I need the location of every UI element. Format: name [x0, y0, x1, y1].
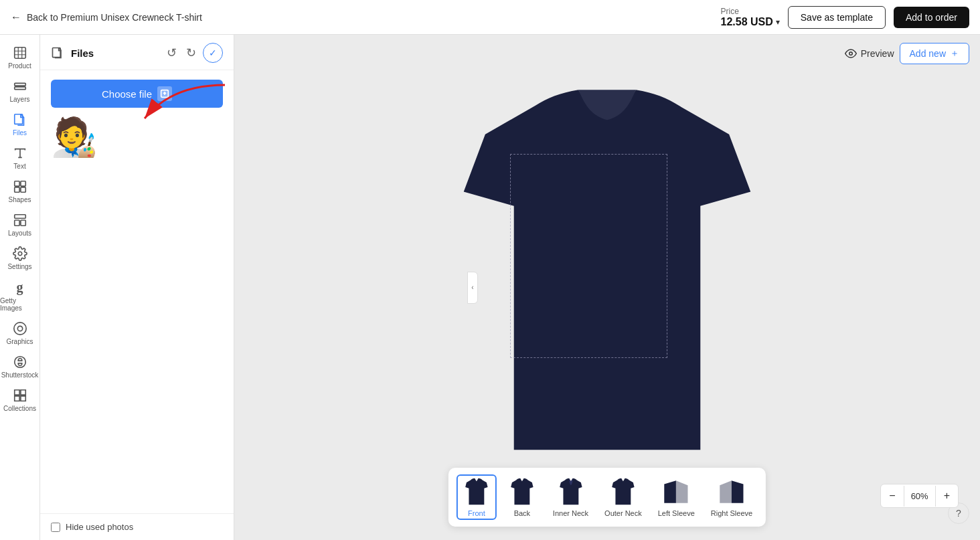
right-sleeve-label: Right Sleeve [711, 509, 752, 517]
files-panel: Files ↺ ↻ ✓ Choose file [40, 35, 234, 540]
shutterstock-label: Shutterstock [1, 371, 39, 379]
outer-neck-label: Outer Neck [604, 509, 642, 517]
shapes-icon [13, 179, 27, 194]
zoom-area: − 60% + ? [943, 503, 969, 524]
svg-point-15 [849, 52, 852, 56]
redo-button[interactable]: ↻ [183, 43, 199, 63]
front-label: Front [468, 509, 485, 517]
add-new-label: Add new [910, 48, 946, 59]
files-header: Files ↺ ↻ ✓ [40, 35, 234, 70]
back-arrow-icon: ← [11, 11, 21, 23]
settings-label: Settings [7, 263, 31, 270]
back-link[interactable]: Back to Premium Unisex Crewneck T-shirt [27, 12, 202, 23]
file-preview-area: 🧑‍🎨 [51, 118, 223, 156]
back-thumb [507, 477, 537, 507]
files-label: Files [13, 129, 27, 137]
text-label: Text [13, 163, 25, 170]
price-dropdown[interactable]: Price 12.58 USD ▾ [721, 7, 780, 28]
sidebar-item-layouts[interactable]: Layouts [0, 207, 39, 241]
files-icon [13, 112, 27, 127]
left-sleeve-label: Left Sleeve [658, 509, 695, 517]
price-value: 12.58 USD [721, 16, 773, 28]
text-icon [13, 146, 27, 161]
save-as-template-button[interactable]: Save as template [788, 6, 886, 29]
layouts-icon [13, 213, 27, 228]
sidebar-item-files[interactable]: Files [0, 107, 39, 141]
files-content: Choose file 🧑‍🎨 [40, 70, 234, 513]
zoom-controls: − 60% + [880, 484, 959, 508]
svg-point-11 [18, 252, 22, 256]
plus-icon: ＋ [950, 48, 959, 60]
layers-icon [13, 79, 27, 94]
svg-rect-8 [14, 215, 25, 219]
layers-label: Layers [9, 96, 29, 103]
preview-button[interactable]: Preview [845, 48, 894, 60]
svg-rect-0 [14, 48, 25, 59]
file-character: 🧑‍🎨 [51, 118, 98, 156]
zoom-value: 60% [904, 486, 936, 507]
sidebar-item-graphics[interactable]: Graphics [0, 316, 39, 349]
hide-used-label[interactable]: Hide used photos [66, 522, 133, 532]
price-label: Price [721, 7, 780, 16]
preview-label: Preview [861, 48, 894, 59]
left-sleeve-thumb [661, 477, 691, 507]
files-footer: Hide used photos [40, 513, 234, 540]
view-back[interactable]: Back [502, 474, 542, 520]
svg-rect-5 [20, 181, 25, 186]
layouts-label: Layouts [8, 230, 31, 237]
sidebar-item-collections[interactable]: Collections [0, 383, 39, 416]
svg-rect-1 [14, 83, 25, 86]
getty-icon: g [17, 280, 23, 295]
files-panel-icon [51, 46, 64, 60]
shutterstock-icon [13, 355, 27, 369]
back-label: Back [514, 509, 530, 517]
choose-file-button[interactable]: Choose file [51, 80, 223, 108]
svg-rect-2 [14, 87, 25, 90]
right-sleeve-thumb [717, 477, 746, 507]
print-area [510, 154, 667, 358]
topbar-left: ← Back to Premium Unisex Crewneck T-shir… [11, 11, 202, 23]
sidebar-item-shutterstock[interactable]: Shutterstock [0, 349, 39, 383]
view-left-sleeve[interactable]: Left Sleeve [653, 474, 700, 520]
view-right-sleeve[interactable]: Right Sleeve [706, 474, 758, 520]
view-selector: Front Back Inner Neck Outer Neck [448, 468, 766, 527]
add-new-button[interactable]: Add new ＋ [900, 43, 969, 64]
files-panel-title: Files [71, 48, 94, 59]
front-thumb [462, 477, 491, 507]
view-outer-neck[interactable]: Outer Neck [599, 474, 647, 520]
svg-rect-10 [20, 220, 25, 226]
sidebar-item-getty[interactable]: g Getty Images [0, 274, 39, 316]
sidebar-item-text[interactable]: Text [0, 141, 39, 174]
product-label: Product [8, 62, 31, 70]
upload-icon [157, 86, 172, 101]
svg-rect-4 [14, 181, 19, 186]
sidebar-item-product[interactable]: Product [0, 40, 39, 74]
sidebar-item-settings[interactable]: Settings [0, 241, 39, 274]
zoom-in-button[interactable]: + [936, 484, 958, 507]
graphics-label: Graphics [6, 338, 33, 345]
sidebar-item-layers[interactable]: Layers [0, 74, 39, 107]
preview-icon [845, 48, 857, 60]
view-inner-neck[interactable]: Inner Neck [548, 474, 594, 520]
confirm-button[interactable]: ✓ [203, 43, 223, 63]
settings-icon [13, 246, 27, 261]
choose-file-label: Choose file [102, 88, 152, 100]
collapse-panel-button[interactable]: ‹ [467, 272, 478, 304]
topbar: ← Back to Premium Unisex Crewneck T-shir… [0, 0, 980, 35]
sidebar-icons: Product Layers Files Text [0, 35, 40, 540]
svg-rect-6 [14, 187, 19, 192]
graphics-icon [13, 321, 27, 336]
undo-button[interactable]: ↺ [164, 43, 179, 63]
svg-rect-9 [14, 220, 19, 226]
view-front[interactable]: Front [457, 474, 497, 520]
add-to-order-button[interactable]: Add to order [894, 7, 969, 28]
canvas-area: Preview Add new ＋ [234, 35, 980, 540]
inner-neck-label: Inner Neck [553, 509, 588, 517]
main-area: Product Layers Files Text [0, 35, 980, 540]
sidebar-item-shapes[interactable]: Shapes [0, 174, 39, 207]
zoom-out-button[interactable]: − [881, 484, 903, 507]
collections-label: Collections [3, 405, 36, 412]
getty-label: Getty Images [0, 297, 39, 312]
hide-used-checkbox[interactable] [51, 523, 60, 532]
product-icon [13, 46, 27, 60]
